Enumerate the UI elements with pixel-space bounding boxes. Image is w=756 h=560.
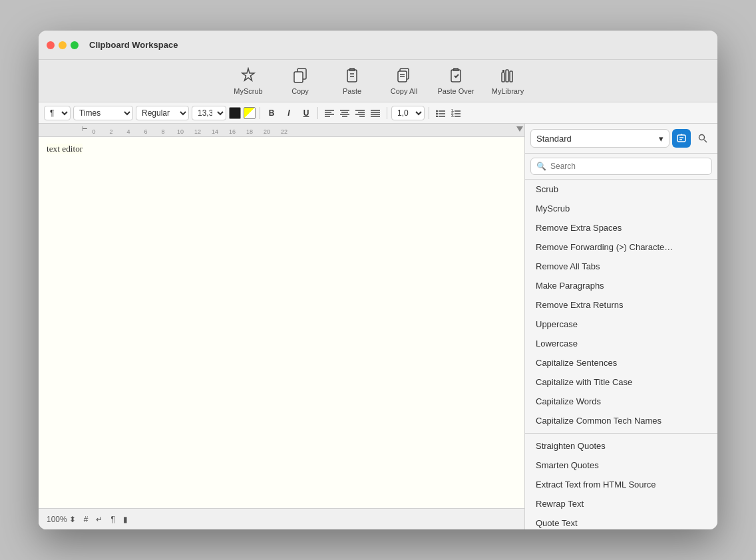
svg-point-34 <box>436 115 438 117</box>
scrub-item-remove-all-tabs[interactable]: Remove All Tabs <box>525 257 717 276</box>
divider-2 <box>317 107 318 119</box>
svg-point-32 <box>436 112 438 114</box>
scrub-item-capitalize-words[interactable]: Capitalize Words <box>525 392 717 411</box>
myscrub-icon <box>240 67 256 86</box>
mylibrary-button[interactable]: MyLibrary <box>484 64 531 98</box>
toolbar: MyScrub Copy Paste <box>39 60 717 102</box>
align-right-button[interactable] <box>353 106 367 120</box>
zoom-control[interactable]: 100% ⬍ <box>47 515 76 524</box>
panel-action-button[interactable] <box>672 129 691 148</box>
scrub-item-remove-extra-spaces[interactable]: Remove Extra Spaces <box>525 218 717 237</box>
copyall-button[interactable]: Copy All <box>381 64 427 98</box>
italic-button[interactable]: I <box>282 106 296 120</box>
search-bar: 🔍 <box>525 154 717 180</box>
window-title: Clipboard Workspace <box>89 40 709 50</box>
pasteover-button[interactable]: Paste Over <box>433 64 479 98</box>
mylibrary-label: MyLibrary <box>492 87 524 95</box>
ruler-mark-22: 22 <box>276 128 293 135</box>
scrub-item-uppercase[interactable]: Uppercase <box>525 315 717 334</box>
copyall-icon <box>396 67 412 86</box>
scrub-item-make-paragraphs[interactable]: Make Paragraphs <box>525 276 717 295</box>
panel-header: Standard ▾ <box>525 124 717 154</box>
paragraph-select[interactable]: ¶ <box>44 106 71 120</box>
copyall-label: Copy All <box>391 87 417 95</box>
svg-rect-12 <box>510 71 512 82</box>
editor-text[interactable]: text editor <box>47 144 83 154</box>
scrub-item-quote-text[interactable]: Quote Text <box>525 513 717 529</box>
svg-rect-1 <box>294 72 303 82</box>
list-unordered-button[interactable] <box>433 106 448 120</box>
align-group <box>322 106 383 120</box>
scrub-item-myscrub[interactable]: MyScrub <box>525 199 717 218</box>
scrub-item-smarten-quotes[interactable]: Smarten Quotes <box>525 456 717 475</box>
scrub-list[interactable]: Scrub MyScrub Remove Extra Spaces Remove… <box>525 180 717 529</box>
scrub-item-capitalize-title-case[interactable]: Capitalize with Title Case <box>525 372 717 392</box>
scrub-item-rewrap-text[interactable]: Rewrap Text <box>525 494 717 513</box>
scrub-item-capitalize-tech[interactable]: Capitalize Common Tech Names <box>525 411 717 430</box>
scrub-item-extract-html[interactable]: Extract Text from HTML Source <box>525 475 717 494</box>
align-center-button[interactable] <box>337 106 352 120</box>
list-ordered-button[interactable]: 1.2.3. <box>449 106 463 120</box>
myscrub-button[interactable]: MyScrub <box>225 64 272 98</box>
font-select[interactable]: Times <box>73 106 133 120</box>
ruler-marks: 0 2 4 6 8 10 12 14 16 18 20 22 <box>85 124 524 136</box>
editor-content[interactable]: text editor <box>39 137 524 508</box>
editor-pane: ⊢ 0 2 4 6 8 10 12 14 16 18 20 22 <box>39 124 524 529</box>
highlight-color-swatch[interactable] <box>244 107 256 119</box>
list-group: 1.2.3. <box>433 106 463 120</box>
svg-rect-9 <box>451 70 461 82</box>
style-select[interactable]: Regular <box>136 106 189 120</box>
scrub-item-straighten-quotes[interactable]: Straighten Quotes <box>525 436 717 456</box>
panel-list-container: Scrub MyScrub Remove Extra Spaces Remove… <box>525 180 717 529</box>
right-panel: Standard ▾ <box>524 124 717 529</box>
word-count-button[interactable]: # <box>84 515 89 524</box>
line-spacing-select[interactable]: 1,0 <box>391 106 425 120</box>
search-input[interactable] <box>550 162 706 171</box>
divider-4 <box>429 107 429 119</box>
ruler-tab-icon: ⊢ <box>82 125 88 132</box>
traffic-lights <box>47 41 79 49</box>
return-button[interactable]: ↵ <box>96 515 102 524</box>
scrub-item-remove-extra-returns[interactable]: Remove Extra Returns <box>525 295 717 315</box>
scrub-item-scrub[interactable]: Scrub <box>525 180 717 199</box>
scrub-item-lowercase[interactable]: Lowercase <box>525 334 717 353</box>
hash-icon: # <box>84 515 89 524</box>
align-left-button[interactable] <box>322 106 337 120</box>
svg-rect-10 <box>502 72 504 82</box>
justify-button[interactable] <box>368 106 383 120</box>
copy-button[interactable]: Copy <box>277 64 323 98</box>
underline-button[interactable]: U <box>299 106 313 120</box>
category-dropdown-value: Standard <box>536 134 572 144</box>
minimize-button[interactable] <box>59 41 67 49</box>
close-button[interactable] <box>47 41 55 49</box>
title-bar: Clipboard Workspace <box>39 31 717 60</box>
stats-button[interactable]: ▮ <box>123 515 128 524</box>
bold-button[interactable]: B <box>264 106 279 120</box>
ruler-mark-10: 10 <box>172 128 189 135</box>
ruler-mark-6: 6 <box>137 128 154 135</box>
copy-icon <box>292 67 308 86</box>
ruler-mark-12: 12 <box>189 128 206 135</box>
ruler-end-marker <box>516 126 523 132</box>
status-bar: 100% ⬍ # ↵ ¶ ▮ <box>39 508 524 529</box>
scrub-item-capitalize-sentences[interactable]: Capitalize Sentences <box>525 353 717 372</box>
stats-icon: ▮ <box>123 515 128 524</box>
pasteover-icon <box>448 67 464 86</box>
scrub-item-remove-forwarding[interactable]: Remove Forwarding (>) Characte… <box>525 237 717 257</box>
panel-search-toggle[interactable] <box>693 129 712 148</box>
category-dropdown[interactable]: Standard ▾ <box>530 129 669 148</box>
ruler-mark-16: 16 <box>224 128 241 135</box>
main-content: ⊢ 0 2 4 6 8 10 12 14 16 18 20 22 <box>39 124 717 529</box>
search-icon: 🔍 <box>536 162 546 171</box>
text-color-swatch[interactable] <box>229 107 241 119</box>
maximize-button[interactable] <box>71 41 79 49</box>
ruler-mark-2: 2 <box>102 128 120 135</box>
size-select[interactable]: 13,3 <box>192 106 226 120</box>
paste-button[interactable]: Paste <box>329 64 375 98</box>
ruler-mark-14: 14 <box>206 128 224 135</box>
copy-label: Copy <box>291 87 309 95</box>
paragraph-button[interactable]: ¶ <box>110 515 114 524</box>
svg-rect-13 <box>502 70 504 72</box>
chevron-down-icon: ▾ <box>659 134 663 144</box>
divider-1 <box>260 107 260 119</box>
